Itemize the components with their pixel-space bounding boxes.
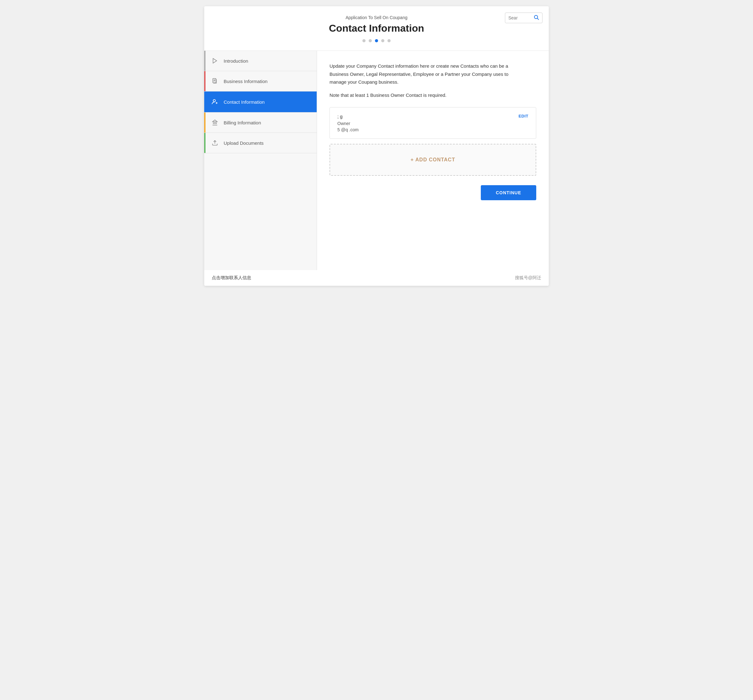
sidebar-border-upload <box>204 133 206 153</box>
sidebar-item-billing[interactable]: Billing Information <box>204 112 316 133</box>
annotation-area: 点击增加联系人信息 搜狐号@阿迁 <box>204 270 549 286</box>
search-input[interactable] <box>508 16 533 20</box>
add-contact-label: + ADD CONTACT <box>411 157 455 162</box>
document-icon <box>210 78 219 84</box>
header-subtitle: Application To Sell On Coupang <box>210 15 543 20</box>
contact-name: ; g <box>337 114 343 119</box>
contact-card-header-row: ; g EDIT <box>337 114 529 119</box>
svg-marker-15 <box>213 120 217 122</box>
sidebar-item-business[interactable]: Business Information <box>204 71 316 92</box>
description-text: Update your Company Contact information … <box>329 62 511 86</box>
search-box[interactable] <box>505 12 543 23</box>
sidebar-label-introduction: Introduction <box>224 58 248 64</box>
svg-marker-2 <box>213 59 217 63</box>
annotation-right: 搜狐号@阿迁 <box>515 275 541 281</box>
search-icon <box>533 14 539 21</box>
progress-dot-4 <box>381 39 384 42</box>
page-header: Application To Sell On Coupang Contact I… <box>204 6 549 51</box>
sidebar-border-billing <box>204 112 206 133</box>
sidebar-item-upload[interactable]: Upload Documents <box>204 133 316 153</box>
continue-button[interactable]: CONTINUE <box>481 185 536 200</box>
progress-dot-1 <box>362 39 366 42</box>
sidebar: Introduction Business Information <box>204 51 317 270</box>
contact-role: Owner <box>337 121 529 126</box>
sidebar-label-billing: Billing Information <box>224 120 261 125</box>
content-area: Update your Company Contact information … <box>317 51 549 270</box>
sidebar-border-introduction <box>204 51 206 71</box>
progress-dots <box>210 39 543 45</box>
sidebar-label-business: Business Information <box>224 79 268 84</box>
progress-dot-5 <box>387 39 391 42</box>
header-title: Contact Information <box>210 23 543 34</box>
sidebar-border-business <box>204 71 206 91</box>
page-wrapper: Application To Sell On Coupang Contact I… <box>204 6 549 286</box>
main-content: Introduction Business Information <box>204 51 549 270</box>
progress-dot-3 <box>375 39 378 42</box>
svg-line-1 <box>537 18 538 19</box>
button-row: CONTINUE <box>329 185 536 200</box>
progress-dot-2 <box>369 39 372 42</box>
bank-icon <box>210 119 219 126</box>
sidebar-item-contact[interactable]: Contact Information <box>204 92 316 112</box>
svg-point-7 <box>213 100 215 102</box>
sidebar-border-contact <box>204 92 206 112</box>
upload-icon <box>210 140 219 146</box>
contact-email: 5 @q .com <box>337 127 529 132</box>
play-icon <box>210 58 219 64</box>
sidebar-label-contact: Contact Information <box>224 99 265 105</box>
person-add-icon <box>210 98 219 105</box>
contact-card: ; g EDIT Owner 5 @q .com <box>329 107 536 139</box>
sidebar-item-introduction[interactable]: Introduction <box>204 51 316 71</box>
sidebar-label-upload: Upload Documents <box>224 141 264 146</box>
add-contact-card[interactable]: + ADD CONTACT <box>329 144 536 176</box>
note-text: Note that at least 1 Business Owner Cont… <box>329 92 536 98</box>
edit-link[interactable]: EDIT <box>518 114 529 119</box>
annotation-left: 点击增加联系人信息 <box>212 275 251 281</box>
